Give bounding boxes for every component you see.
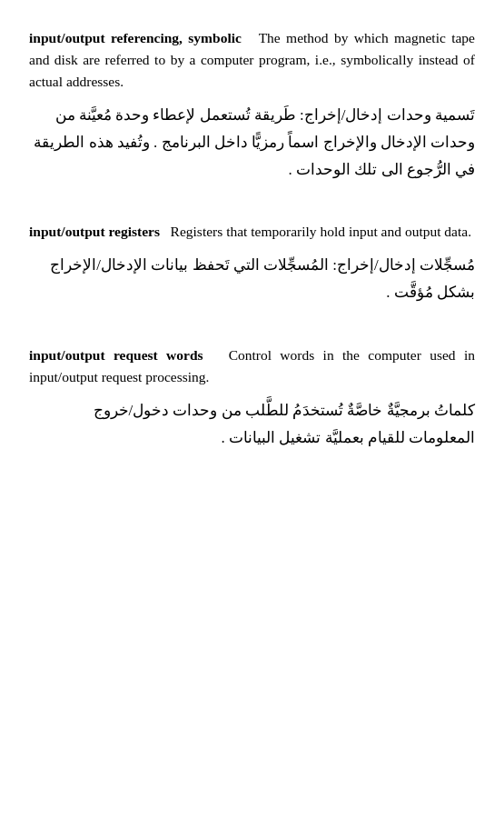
entry-en-text: input/output request words Control words… <box>29 344 475 388</box>
entry-term: input/output referencing, symbolic <box>29 30 242 45</box>
divider-1 <box>29 204 475 221</box>
entry-en-text: input/output referencing, symbolic The m… <box>29 27 475 93</box>
entry-ar-text: تَسمية وحدات إدخال/إخراج: طَريقة تُستعمل… <box>29 102 475 183</box>
entry-ar-text: كلماتُ برمجيَّةٌ خاصَّةٌ تُستخدَمُ للطَّ… <box>29 397 475 452</box>
entry-term: input/output request words <box>29 347 203 363</box>
entry-io-registers: input/output registers Registers that te… <box>29 221 475 306</box>
entry-en-text: input/output registers Registers that te… <box>29 221 475 243</box>
entry-term: input/output registers <box>29 224 160 239</box>
entry-ar-text: مُسجِّلات إدخال/إخراج: المُسجِّلات التي … <box>29 252 475 306</box>
entry-definition-en: Registers that temporarily hold input an… <box>171 224 471 239</box>
entry-io-request-words: input/output request words Control words… <box>29 344 475 452</box>
entry-io-referencing-symbolic: input/output referencing, symbolic The m… <box>29 27 475 183</box>
divider-2 <box>29 328 475 344</box>
